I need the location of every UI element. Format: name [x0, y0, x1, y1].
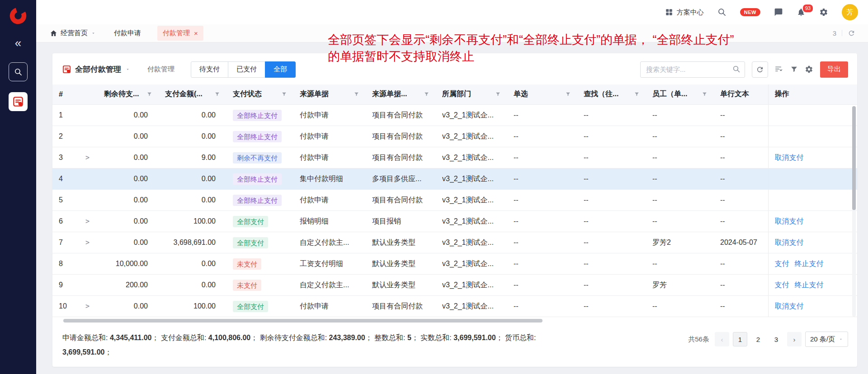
user-avatar[interactable]: 芳 [842, 4, 858, 20]
cell-actions [768, 126, 857, 147]
row-action-link[interactable]: 取消支付 [775, 238, 804, 246]
table-row[interactable]: 810,000.000.00未支付工资支付明细默认业务类型v3_2_1测试企..… [52, 253, 857, 275]
row-action-link[interactable]: 终止支付 [795, 281, 824, 289]
row-density-icon[interactable] [775, 65, 783, 74]
settings-gear-icon[interactable] [819, 8, 828, 17]
message-icon[interactable] [774, 8, 783, 17]
status-badge: 全部终止支付 [233, 195, 282, 206]
tab-payment-management[interactable]: 付款管理 × [157, 26, 203, 41]
table-row[interactable]: 6>0.00100.00全部支付报销明细项目报销v3_2_1测试企...----… [52, 211, 857, 232]
summary-item: 支付金额总和: 4,100,806.00； [161, 334, 260, 341]
expand-row-icon[interactable]: > [85, 154, 90, 162]
row-action-link[interactable]: 取消支付 [775, 302, 804, 310]
vertical-scrollbar[interactable] [852, 106, 856, 317]
page-button[interactable]: 1 [733, 332, 747, 346]
notifications-button[interactable]: 93 [797, 8, 806, 17]
cell-department: v3_2_1测试企... [436, 126, 507, 147]
cell-source-doc-type: 项目有合同付款 [366, 126, 436, 147]
payment-management-link[interactable]: 付款管理 [147, 65, 175, 74]
cell-payment-amount: 0.00 [159, 190, 226, 211]
cell-employee: -- [646, 211, 714, 232]
table-row[interactable]: 20.000.00全部终止支付付款申请项目有合同付款v3_2_1测试企...--… [52, 126, 857, 147]
cell-employee: -- [646, 190, 714, 211]
search-icon[interactable] [732, 65, 741, 75]
filter-icon[interactable] [146, 91, 152, 97]
horizontal-scrollbar[interactable] [63, 318, 857, 323]
breadcrumb-home[interactable]: 经营首页 [50, 29, 96, 37]
chevron-down-icon [839, 337, 843, 341]
table-row[interactable]: 9200.000.00未支付自定义付款主...默认业务类型v3_2_1测试企..… [52, 275, 857, 296]
filter-icon[interactable] [634, 91, 640, 97]
cell-source-doc: 报销明细 [293, 211, 366, 232]
column-header: 操作 [768, 84, 857, 105]
table-row[interactable]: 10.000.00全部终止支付付款申请项目有合同付款v3_2_1测试企...--… [52, 105, 857, 126]
plan-center-button[interactable]: 方案中心 [665, 8, 704, 17]
filter-icon[interactable] [281, 91, 287, 97]
sidebar-search-button[interactable] [9, 62, 28, 81]
filter-funnel-icon[interactable] [790, 65, 798, 73]
cell-lookup: -- [577, 168, 646, 190]
filter-tab-pending[interactable]: 待支付 [191, 61, 228, 78]
cell-source-doc-type: 默认业务类型 [366, 253, 436, 275]
cell-department: v3_2_1测试企... [436, 296, 507, 317]
cell-lookup: -- [577, 190, 646, 211]
keyword-search-input[interactable] [640, 61, 745, 78]
table-row[interactable]: 40.000.00全部终止支付集中付款明细多项目多供应...v3_2_1测试企.… [52, 168, 857, 190]
row-action-link[interactable]: 终止支付 [795, 260, 824, 267]
header-actions: 方案中心 NEW 9 [665, 4, 858, 20]
cell-department: v3_2_1测试企... [436, 253, 507, 275]
refresh-tabs-icon[interactable] [848, 29, 855, 37]
page-button[interactable]: 3 [769, 332, 783, 346]
filter-icon[interactable] [565, 91, 571, 97]
tabs-bar-right: 3 [833, 29, 855, 37]
export-button[interactable]: 导出 [820, 61, 848, 78]
cell-employee: 罗芳 [646, 275, 714, 296]
tab-payment-management-label: 付款管理 [163, 29, 190, 37]
cell-single-line-text: -- [714, 296, 768, 317]
table-row[interactable]: 10>0.00100.00全部支付付款申请项目有合同付款v3_2_1测试企...… [52, 296, 857, 317]
horizontal-scrollbar-thumb[interactable] [63, 319, 542, 323]
cell-single-line-text: -- [714, 275, 768, 296]
next-page-button[interactable]: › [787, 332, 802, 346]
tab-payment-request[interactable]: 付款申请 [114, 29, 141, 37]
column-settings-gear-icon[interactable] [805, 65, 813, 74]
page-size-select[interactable]: 20 条/页 [805, 332, 848, 347]
filter-tab-paid[interactable]: 已支付 [228, 61, 265, 78]
view-selector[interactable]: 全部付款管理 [62, 64, 130, 75]
filter-icon[interactable] [354, 91, 359, 97]
expand-row-icon[interactable]: > [85, 238, 90, 247]
page-button[interactable]: 2 [751, 332, 765, 346]
collapse-sidebar-icon[interactable]: « [15, 37, 21, 49]
row-action-link[interactable]: 支付 [775, 260, 789, 267]
expand-row-icon[interactable]: > [85, 302, 90, 310]
prev-page-button[interactable]: ‹ [715, 332, 729, 346]
keyword-search [640, 61, 745, 78]
brand-logo[interactable] [9, 6, 28, 25]
filter-tab-all[interactable]: 全部 [265, 61, 296, 78]
filter-icon[interactable] [424, 91, 429, 97]
filter-icon[interactable] [495, 91, 501, 97]
payment-module-icon [13, 96, 24, 107]
table-row[interactable]: 7>0.003,698,691.00全部支付自定义付款主...默认业务类型v3_… [52, 232, 857, 253]
vertical-scrollbar-thumb[interactable] [852, 106, 856, 210]
table-row[interactable]: 50.000.00全部终止支付付款申请项目有合同付款v3_2_1测试企...--… [52, 190, 857, 211]
sidebar-payment-module-button[interactable] [9, 92, 28, 111]
filter-icon[interactable] [702, 91, 708, 97]
cell-source-doc: 自定义付款主... [293, 232, 366, 253]
cell-remaining-amount: 10,000.00 [98, 253, 159, 275]
row-action-link[interactable]: 取消支付 [775, 154, 804, 161]
refresh-list-button[interactable] [752, 61, 768, 78]
expand-row-icon[interactable]: > [85, 217, 90, 225]
global-search-icon[interactable] [717, 8, 726, 17]
cell-employee: -- [646, 105, 714, 126]
close-tab-icon[interactable]: × [194, 30, 198, 37]
row-action-link[interactable]: 支付 [775, 281, 789, 289]
new-badge[interactable]: NEW [740, 8, 760, 16]
column-header: 支付状态 [226, 84, 293, 105]
notification-count-badge: 93 [802, 4, 814, 13]
status-badge: 剩余不再支付 [233, 152, 282, 164]
cell-source-doc: 付款申请 [293, 147, 366, 168]
row-action-link[interactable]: 取消支付 [775, 217, 804, 225]
table-row[interactable]: 3>0.009.00剩余不再支付付款申请项目有合同付款v3_2_1测试企...-… [52, 147, 857, 168]
filter-icon[interactable] [214, 91, 220, 97]
